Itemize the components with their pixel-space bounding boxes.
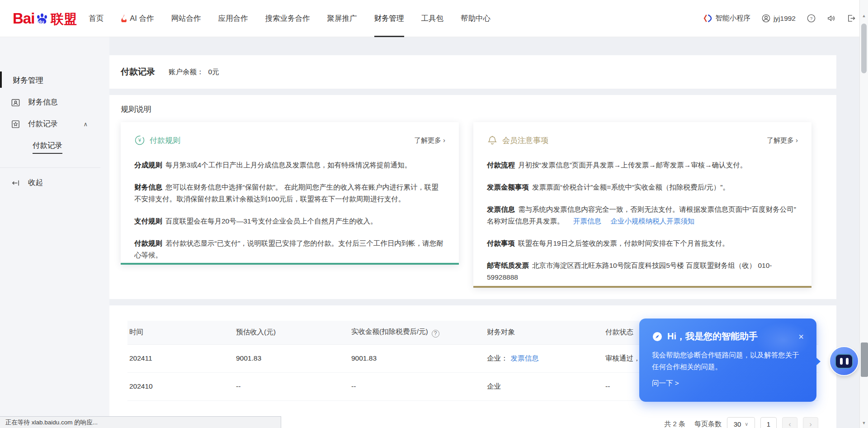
flame-icon (121, 14, 127, 22)
assistant-message: 我会帮助您诊断合作链路问题，以及解答您关于任何合作相关的问题。 (652, 349, 804, 373)
member-notes-more-link[interactable]: 了解更多› (767, 136, 798, 145)
cell-actual: -- (349, 372, 485, 400)
sidebar-divider (0, 167, 100, 168)
page-number-button[interactable]: 1 (760, 417, 777, 428)
logout-button[interactable] (847, 14, 855, 23)
nav-item-finance[interactable]: 财务管理 (374, 0, 404, 37)
chevron-up-icon[interactable]: ∧ (83, 121, 88, 128)
rules-section-title: 规则说明 (121, 104, 825, 114)
main-nav: 首页 AI 合作 网站合作 应用合作 搜索业务合作 聚屏推广 财务管理 工具包 … (89, 0, 491, 37)
assistant-robot-avatar[interactable] (830, 347, 858, 375)
invoice-info-cell-link[interactable]: 发票信息 (511, 354, 539, 362)
navbar-utilities: 智能小程序 jyj1992 ? (703, 14, 855, 23)
user-icon (762, 14, 770, 23)
select-caret-icon: ∨ (745, 421, 748, 427)
sidebar-item-finance-info[interactable]: 财务信息 (11, 97, 88, 107)
cell-actual: 9001.83 (349, 344, 485, 372)
info-icon[interactable]: ? (432, 330, 439, 338)
rules-section-card: 规则说明 ¥ 付款规则 了解更多› 分成规则每月第3或4个工作日产 (109, 95, 836, 299)
rule-item: 支付规则百度联盟会在每月20号—31号支付企业会员上个自然月产生的收入。 (134, 215, 445, 227)
svg-text:?: ? (810, 16, 813, 21)
nav-item-toolkit[interactable]: 工具包 (421, 0, 444, 37)
yuan-circle-icon: ¥ (134, 135, 145, 146)
rule-item: 分成规则每月第3或4个工作日产出上月分成信息及发票信息，如有特殊情况将提前通知。 (134, 159, 445, 171)
cell-target: 企业：发票信息 (485, 344, 604, 372)
bell-icon (487, 135, 498, 146)
nav-item-search-business[interactable]: 搜索业务合作 (265, 0, 310, 37)
nav-item-ai[interactable]: AI 合作 (121, 0, 154, 37)
help-button[interactable]: ? (807, 14, 816, 23)
close-icon[interactable]: × (798, 332, 804, 341)
more-arrow-icon: › (796, 136, 798, 144)
prev-page-button[interactable]: ‹ (782, 417, 797, 428)
logo-text-du: du (38, 19, 44, 24)
cell-time: 202411 (127, 344, 234, 372)
balance-value: 0元 (208, 67, 219, 77)
nav-item-screen-promo[interactable]: 聚屏推广 (327, 0, 357, 37)
account-balance: 账户余额： 0元 (169, 67, 219, 77)
assistant-dock-tab[interactable] (861, 342, 868, 377)
rule-item: 付款流程月初按“发票信息”页面开具发票→上传发票→邮寄发票→审核→确认支付。 (487, 159, 798, 171)
rule-item: 付款事项联盟在每月19日之后签收的发票，付款时间安排在下个月首批支付。 (487, 238, 798, 249)
payment-rules-more-link[interactable]: 了解更多› (414, 136, 445, 145)
rule-item: 发票金额事项发票票面“价税合计”金额=系统中“实收金额（扣除税费后/元）”。 (487, 181, 798, 193)
baidu-paw-icon: du (35, 11, 49, 26)
col-actual-amount: 实收金额(扣除税费后/元)? (349, 321, 485, 344)
balance-label: 账户余额： (169, 67, 204, 77)
nav-item-website[interactable]: 网站合作 (171, 0, 201, 37)
assistant-title: Hi，我是您的智能助手 (667, 330, 758, 342)
nav-item-help-center[interactable]: 帮助中心 (461, 0, 491, 37)
top-navbar: Bai du 联盟 首页 AI 合作 网站合作 应用合作 搜索业务合作 聚屏推广 (0, 0, 868, 37)
col-estimated-income: 预估收入(元) (234, 321, 349, 344)
pagination-total: 共 2 条 (664, 420, 685, 428)
baidu-union-logo[interactable]: Bai du 联盟 (13, 11, 77, 26)
scroll-up-arrow[interactable]: ▲ (860, 14, 868, 18)
collapse-arrow-icon (11, 178, 20, 188)
user-account[interactable]: jyj1992 (762, 14, 796, 23)
miniapp-entry[interactable]: 智能小程序 (703, 14, 750, 23)
assistant-popup: Hi，我是您的智能助手 × 我会帮助您诊断合作链路问题，以及解答您关于任何合作相… (639, 319, 816, 402)
scrollbar-thumb[interactable] (861, 24, 867, 73)
svg-text:¥: ¥ (138, 138, 142, 143)
rule-item: 邮寄纸质发票北京市海淀区西北旺东路10号院百度科技园5号楼 百度联盟财务组（收）… (487, 260, 798, 283)
nav-item-home[interactable]: 首页 (89, 0, 104, 37)
cell-estimated: -- (234, 372, 349, 400)
page-header-card: 付款记录 账户余额： 0元 (109, 55, 836, 89)
invoice-info-link[interactable]: 开票信息 (573, 217, 601, 225)
cell-target: 企业 (485, 372, 604, 400)
scroll-down-arrow[interactable]: ▼ (860, 421, 868, 425)
assistant-ask-link[interactable]: 问一下 > (652, 379, 804, 388)
nav-item-app[interactable]: 应用合作 (218, 0, 248, 37)
payment-rules-title: 付款规则 (150, 135, 180, 146)
rule-item: 发票信息需与系统内发票信息内容完全一致，否则无法支付。请根据发票信息页面中“百度… (487, 204, 798, 227)
compass-icon (652, 331, 663, 342)
member-notes-card: 会员注意事项 了解更多› 付款流程月初按“发票信息”页面开具发票→上传发票→邮寄… (473, 122, 811, 288)
sidebar-collapse-button[interactable]: 收起 (11, 178, 109, 188)
robot-face-icon (835, 354, 853, 369)
sidebar-section-title: 财务管理 (13, 75, 109, 86)
announcement-button[interactable] (827, 14, 835, 23)
per-page-label: 每页条数 (694, 420, 722, 428)
rule-item: 财务信息您可以在财务信息中选择“保留付款”。 在此期间您产生的收入将在账户内进行… (134, 181, 445, 205)
sidebar-item-payment-records[interactable]: 付款记录 ∧ (11, 119, 88, 129)
member-notes-title: 会员注意事项 (502, 135, 548, 146)
next-page-button[interactable]: › (803, 417, 818, 428)
username: jyj1992 (774, 14, 796, 23)
logo-text-bai: Bai (13, 11, 34, 26)
payment-rules-card: ¥ 付款规则 了解更多› 分成规则每月第3或4个工作日产出上月分成信息及发票信息… (121, 122, 459, 265)
logo-text-union: 联盟 (51, 13, 77, 26)
cell-time: 202410 (127, 372, 234, 400)
badge-star-icon (11, 119, 20, 129)
per-page-select[interactable]: 30∨ (727, 417, 755, 428)
id-card-icon (11, 98, 20, 107)
cell-estimated: 9001.83 (234, 344, 349, 372)
col-finance-target: 财务对象 (485, 321, 604, 344)
rule-item: 付款规则若付款状态显示“已支付”，说明联盟已安排了您的付款。支付后三个工作日内到… (134, 238, 445, 261)
browser-status-bubble: 正在等待 xlab.baidu.com 的响应... (0, 416, 281, 428)
miniapp-icon (703, 14, 712, 23)
more-arrow-icon: › (443, 136, 445, 144)
sidebar: 财务管理 财务信息 付款记录 ∧ 付款记录 (0, 37, 109, 428)
sidebar-subitem-payment-records-active[interactable]: 付款记录 (33, 141, 62, 154)
small-taxpayer-notice-link[interactable]: 企业小规模纳税人开票须知 (610, 217, 694, 225)
page-title: 付款记录 (121, 66, 155, 78)
